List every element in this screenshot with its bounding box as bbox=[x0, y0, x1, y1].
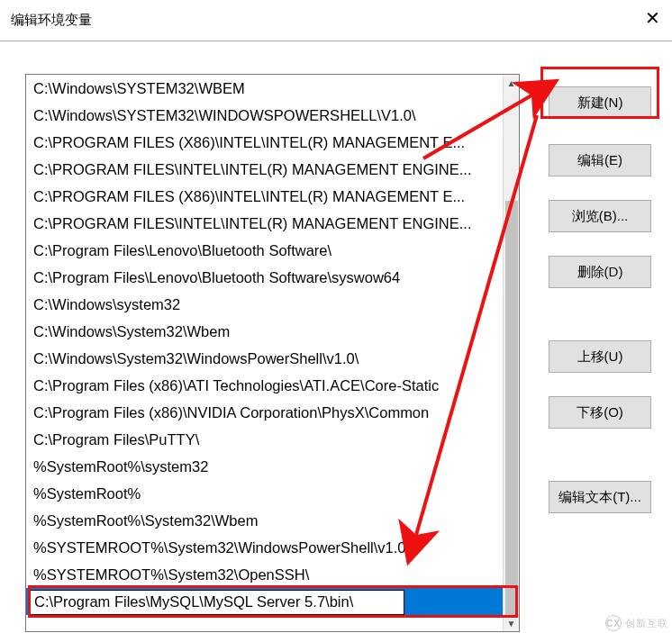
scroll-down-icon[interactable]: ▼ bbox=[504, 615, 519, 631]
list-item[interactable]: C:\Program Files\Lenovo\Bluetooth Softwa… bbox=[26, 264, 503, 291]
new-button[interactable]: 新建(N) bbox=[549, 86, 651, 119]
list-item[interactable]: C:\PROGRAM FILES (X86)\INTEL\INTEL(R) MA… bbox=[26, 129, 503, 156]
list-item[interactable]: C:\Program Files\PuTTY\ bbox=[26, 426, 503, 453]
watermark-text: 创新互联 bbox=[625, 617, 668, 630]
move-up-button[interactable]: 上移(U) bbox=[549, 340, 651, 373]
list-item[interactable]: C:\Windows\System32\Wbem bbox=[26, 318, 503, 345]
list-item[interactable]: C:\Program Files\Lenovo\Bluetooth Softwa… bbox=[26, 237, 503, 264]
delete-button[interactable]: 删除(D) bbox=[549, 256, 651, 288]
list-item[interactable]: C:\PROGRAM FILES\INTEL\INTEL(R) MANAGEME… bbox=[26, 156, 503, 183]
list-item-editing[interactable] bbox=[26, 588, 503, 615]
window-title: 编辑环境变量 bbox=[11, 12, 92, 29]
watermark: CX 创新互联 bbox=[605, 615, 668, 631]
list-item[interactable]: C:\Windows\System32\WindowsPowerShell\v1… bbox=[26, 345, 503, 372]
browse-button[interactable]: 浏览(B)... bbox=[549, 200, 651, 232]
list-item[interactable]: C:\PROGRAM FILES\INTEL\INTEL(R) MANAGEME… bbox=[26, 210, 503, 237]
title-bar: 编辑环境变量 ✕ bbox=[0, 0, 672, 41]
move-down-button[interactable]: 下移(O) bbox=[549, 396, 651, 429]
list-item[interactable]: C:\Windows\SYSTEM32\WBEM bbox=[26, 75, 503, 102]
listbox-viewport: C:\Windows\SYSTEM32\WBEM C:\Windows\SYST… bbox=[26, 75, 503, 631]
list-item[interactable]: %SystemRoot% bbox=[26, 480, 503, 507]
list-item[interactable]: %SystemRoot%\system32 bbox=[26, 453, 503, 480]
watermark-logo-icon: CX bbox=[605, 615, 622, 631]
list-item[interactable]: %SYSTEMROOT%\System32\OpenSSH\ bbox=[26, 561, 503, 588]
list-item[interactable]: %SYSTEMROOT%\System32\WindowsPowerShell\… bbox=[26, 534, 503, 561]
list-item[interactable]: C:\Program Files (x86)\NVIDIA Corporatio… bbox=[26, 399, 503, 426]
edit-text-button[interactable]: 编辑文本(T)... bbox=[549, 481, 651, 513]
close-icon[interactable]: ✕ bbox=[641, 7, 663, 29]
list-item[interactable]: C:\Windows\system32 bbox=[26, 291, 503, 318]
list-item[interactable]: %SystemRoot%\System32\Wbem bbox=[26, 507, 503, 534]
client-area: C:\Windows\SYSTEM32\WBEM C:\Windows\SYST… bbox=[0, 41, 672, 633]
scroll-up-icon[interactable]: ▲ bbox=[504, 75, 519, 91]
vertical-scrollbar[interactable]: ▲ ▼ bbox=[503, 75, 519, 631]
path-edit-input[interactable] bbox=[30, 590, 404, 615]
scroll-thumb[interactable] bbox=[505, 201, 518, 615]
path-listbox[interactable]: C:\Windows\SYSTEM32\WBEM C:\Windows\SYST… bbox=[25, 74, 520, 632]
edit-button[interactable]: 编辑(E) bbox=[549, 144, 651, 176]
list-item[interactable]: C:\PROGRAM FILES (X86)\INTEL\INTEL(R) MA… bbox=[26, 183, 503, 210]
list-item[interactable]: C:\Program Files (x86)\ATI Technologies\… bbox=[26, 372, 503, 399]
list-item[interactable]: C:\Windows\SYSTEM32\WINDOWSPOWERSHELL\V1… bbox=[26, 102, 503, 129]
